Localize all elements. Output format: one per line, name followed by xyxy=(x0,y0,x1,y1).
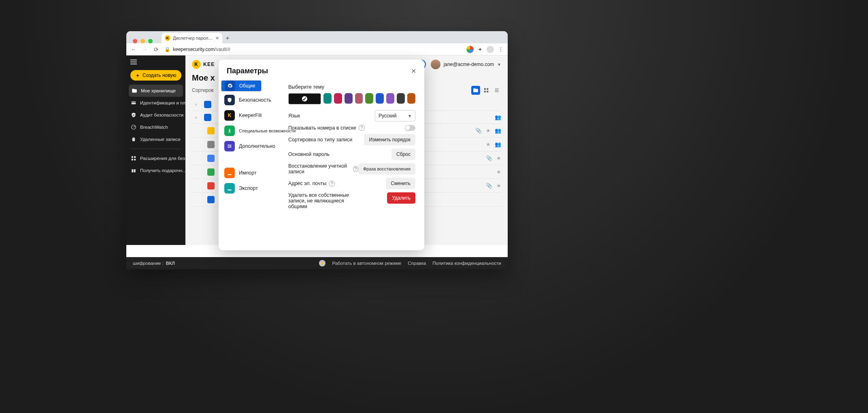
theme-swatch[interactable] xyxy=(355,93,363,104)
show-numbers-toggle[interactable] xyxy=(405,125,415,131)
nav-forward-icon[interactable]: → xyxy=(142,46,148,53)
help-icon[interactable]: ? xyxy=(353,166,358,172)
browser-menu-icon[interactable]: ⋮ xyxy=(498,46,504,53)
accessibility-icon xyxy=(224,126,235,136)
tab-advanced[interactable]: Дополнительно xyxy=(221,139,283,153)
tab-export[interactable]: Экспорт xyxy=(221,181,283,195)
offline-link[interactable]: Работать в автономном режиме xyxy=(332,261,401,266)
theme-swatch[interactable] xyxy=(288,93,321,104)
profile-icon[interactable] xyxy=(487,46,494,53)
import-icon xyxy=(224,168,235,178)
theme-swatches xyxy=(288,93,415,104)
chevron-right-icon: › xyxy=(192,115,200,120)
help-icon[interactable]: ? xyxy=(359,125,365,131)
sidebar-item-deleted[interactable]: Удаленные записи xyxy=(126,133,185,145)
maximize-window-dot[interactable] xyxy=(148,39,153,43)
delete-button[interactable]: Удалить xyxy=(387,192,415,204)
view-folder-button[interactable] xyxy=(471,86,480,95)
star-icon: ★ xyxy=(496,183,501,189)
theme-swatch[interactable] xyxy=(323,93,332,104)
tab-import[interactable]: Импорт xyxy=(221,166,283,180)
minimize-window-dot[interactable] xyxy=(140,39,145,43)
sidebar-item-label: Расширения для без... xyxy=(140,156,185,161)
record-icon xyxy=(207,127,215,134)
tab-label: Безопасность xyxy=(239,97,271,103)
nav-reload-icon[interactable]: ⟳ xyxy=(153,46,160,53)
shield-icon xyxy=(224,95,235,105)
tab-keeperfill[interactable]: K KeeperFill xyxy=(221,109,283,122)
plus-icon: ＋ xyxy=(135,72,140,79)
new-tab-button[interactable]: ＋ xyxy=(222,33,233,43)
close-window-dot[interactable] xyxy=(133,39,137,43)
recovery-phrase-button[interactable]: Фраза восстановления xyxy=(358,163,415,175)
privacy-link[interactable]: Политика конфиденциальности xyxy=(432,261,501,266)
recovery-label: Восстановление учетной записи xyxy=(288,163,351,175)
help-link[interactable]: Справка xyxy=(408,261,426,266)
sidebar-item-identity[interactable]: Идентификация и пл... xyxy=(126,97,185,109)
extension-icon[interactable] xyxy=(466,46,474,53)
sidebar-item-audit[interactable]: Аудит безопасности xyxy=(126,109,185,121)
lock-icon: 🔒 xyxy=(164,47,170,52)
svg-rect-17 xyxy=(495,92,498,92)
logo-icon: K xyxy=(192,60,201,69)
sidebar-item-vault[interactable]: Мое хранилище xyxy=(129,85,183,97)
theme-swatch[interactable] xyxy=(345,93,353,104)
tab-label: Общие xyxy=(239,83,255,89)
hamburger-icon[interactable] xyxy=(130,60,137,64)
master-password-label: Основной пароль xyxy=(288,151,330,157)
tab-label: Импорт xyxy=(239,170,257,176)
tab-accessibility[interactable]: Специальные возможности xyxy=(221,124,283,138)
create-new-button[interactable]: ＋ Создать новую xyxy=(130,70,181,81)
trash-icon xyxy=(130,136,137,143)
sidebar: ＋ Создать новую Мое хранилище Идентифика… xyxy=(126,55,185,245)
extensions-icon[interactable]: ✦ xyxy=(478,46,483,53)
theme-swatch[interactable] xyxy=(365,93,373,104)
sidebar-item-label: Аудит безопасности xyxy=(140,113,183,117)
tab-title: Диспетчер паролей и циф xyxy=(173,36,213,40)
tab-close-icon[interactable]: ✕ xyxy=(215,36,219,41)
view-grid-button[interactable] xyxy=(482,86,491,95)
export-icon xyxy=(224,183,235,194)
sidebar-item-label: Получить подарочн... xyxy=(140,168,185,173)
reset-button[interactable]: Сброс xyxy=(391,149,415,160)
tab-general[interactable]: Общие xyxy=(221,80,262,92)
sidebar-item-label: BreachWatch xyxy=(140,125,168,130)
language-label: Язык xyxy=(288,113,300,119)
view-list-button[interactable] xyxy=(492,86,501,95)
svg-rect-0 xyxy=(132,102,136,104)
sidebar-divider xyxy=(131,149,181,149)
shield-check-icon xyxy=(130,112,137,118)
theme-swatch[interactable] xyxy=(376,93,384,104)
sidebar-item-breachwatch[interactable]: BreachWatch xyxy=(126,121,185,133)
app-footer: шифрование : ВКЛ ⚡ Работать в автономном… xyxy=(126,257,508,269)
change-order-button[interactable]: Изменить порядок xyxy=(364,134,415,145)
sidebar-item-gift[interactable]: Получить подарочн... xyxy=(126,164,185,177)
record-icon xyxy=(207,182,215,189)
modal-close-icon[interactable]: ✕ xyxy=(411,67,416,75)
svg-rect-3 xyxy=(132,156,133,158)
star-icon: ★ xyxy=(486,128,491,134)
attachment-icon: 📎 xyxy=(475,128,482,134)
svg-rect-11 xyxy=(484,88,486,90)
record-icon xyxy=(207,155,215,162)
theme-swatch[interactable] xyxy=(407,93,415,104)
attachment-icon: 📎 xyxy=(486,155,492,161)
browser-tab[interactable]: K Диспетчер паролей и циф ✕ xyxy=(162,33,222,43)
tab-security[interactable]: Безопасность xyxy=(221,93,283,107)
logo-text: KEE xyxy=(203,62,215,67)
nav-back-icon[interactable]: ← xyxy=(130,46,137,53)
help-icon[interactable]: ? xyxy=(329,181,335,187)
sidebar-item-extensions[interactable]: Расширения для без... xyxy=(126,152,185,164)
record-icon xyxy=(207,168,215,176)
theme-swatch[interactable] xyxy=(397,93,405,104)
radar-icon xyxy=(130,124,137,130)
svg-rect-6 xyxy=(134,159,136,160)
language-select[interactable]: Русский ▼ xyxy=(375,110,415,121)
theme-swatch[interactable] xyxy=(386,93,394,104)
change-email-button[interactable]: Сменить xyxy=(386,178,415,189)
user-menu[interactable]: jane@acme-demo.com ▼ xyxy=(431,60,501,69)
address-field[interactable]: 🔒 keepersecurity.com/vault/# xyxy=(164,47,230,52)
folder-icon xyxy=(204,114,211,121)
theme-swatch[interactable] xyxy=(334,93,342,104)
chevron-down-icon: ▼ xyxy=(408,114,412,118)
